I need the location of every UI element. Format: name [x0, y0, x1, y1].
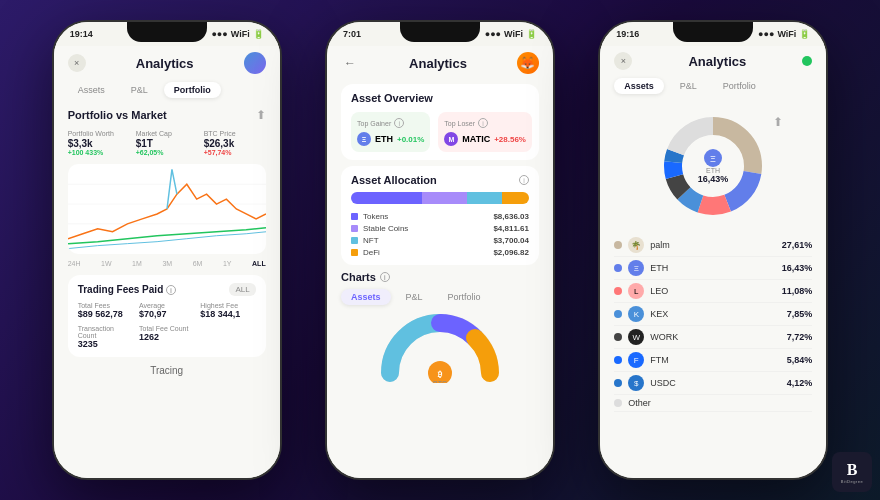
alloc-stable: Stable Coins $4,811.61 [351, 224, 529, 233]
globe-button-1[interactable] [244, 52, 266, 74]
gainer-coin: Ξ ETH +0.01% [357, 132, 424, 146]
share-icon[interactable]: ⬆ [256, 108, 266, 122]
stat-worth-change: +100 433% [68, 149, 130, 156]
trading-item-1: Average $70,97 [139, 302, 194, 319]
kex-pct: 7,85% [787, 309, 813, 319]
alloc-info[interactable]: i [519, 175, 529, 185]
tabs-1: Assets P&L Portfolio [54, 78, 280, 102]
label-1y[interactable]: 1Y [223, 260, 232, 267]
status-icons-2: ●●● WiFi 🔋 [485, 29, 537, 39]
palm-coin-icon: 🌴 [628, 237, 644, 253]
segment-defi [502, 192, 529, 204]
asset-overview-title: Asset Overview [351, 92, 529, 104]
other-dot [614, 399, 622, 407]
status-time-1: 19:14 [70, 29, 93, 39]
charts-tab-portfolio[interactable]: Portfolio [438, 289, 491, 305]
trading-title: Trading Fees Paid i [78, 284, 176, 296]
status-time-3: 19:16 [616, 29, 639, 39]
wifi-icon-2: WiFi [504, 29, 523, 39]
work-pct: 7,72% [787, 332, 813, 342]
alloc-defi: DeFi $2,096.82 [351, 248, 529, 257]
charts-info[interactable]: i [380, 272, 390, 282]
stat-btc-value: $26,3k [204, 138, 266, 149]
kex-coin-icon: K [628, 306, 644, 322]
alloc-tokens: Tokens $8,636.03 [351, 212, 529, 221]
label-all[interactable]: ALL [252, 260, 266, 267]
stat-worth-value: $3,3k [68, 138, 130, 149]
stat-mc-label: Market Cap [136, 130, 198, 137]
phone-1: 19:14 ●●● WiFi 🔋 × Analytics Assets P&L … [52, 20, 282, 480]
phone2-content: ← Analytics 🦊 Asset Overview Top Gainer … [327, 46, 553, 478]
charts-tab-assets[interactable]: Assets [341, 289, 391, 305]
tab-portfolio-1[interactable]: Portfolio [164, 82, 221, 98]
tab-pl-3[interactable]: P&L [670, 78, 707, 94]
tab-portfolio-3[interactable]: Portfolio [713, 78, 766, 94]
label-3m[interactable]: 3M [162, 260, 172, 267]
label-1w[interactable]: 1W [101, 260, 112, 267]
loser-info[interactable]: i [478, 118, 488, 128]
alloc-bar [351, 192, 529, 204]
header-title-3: Analytics [632, 54, 802, 69]
phone-notch-1 [127, 22, 207, 42]
segment-nft [467, 192, 503, 204]
coin-left-leo: L LEO [614, 283, 668, 299]
stat-worth: Portfolio Worth $3,3k +100 433% [68, 130, 130, 156]
header-title-1: Analytics [86, 56, 244, 71]
coin-row-kex: K KEX 7,85% [614, 303, 812, 326]
svg-text:16,43%: 16,43% [698, 174, 729, 184]
eth-icon-gainer: Ξ [357, 132, 371, 146]
svg-text:Ξ: Ξ [710, 154, 716, 164]
leo-name: LEO [650, 286, 668, 296]
battery-icon-3: 🔋 [799, 29, 810, 39]
ftm-name: FTM [650, 355, 669, 365]
tab-assets-1[interactable]: Assets [68, 82, 115, 98]
tab-pl-1[interactable]: P&L [121, 82, 158, 98]
phone3-header: × Analytics [600, 46, 826, 74]
gainer-label: Top Gainer i [357, 118, 424, 128]
stat-mc-change: +62,05% [136, 149, 198, 156]
stat-mc-value: $1T [136, 138, 198, 149]
coin-row-leo: L LEO 11,08% [614, 280, 812, 303]
coin-left-kex: K KEX [614, 306, 668, 322]
tab-assets-3[interactable]: Assets [614, 78, 664, 94]
trading-badge[interactable]: ALL [229, 283, 255, 296]
alloc-legend: Tokens $8,636.03 Stable Coins $4,811.61 … [351, 212, 529, 257]
close-button-1[interactable]: × [68, 54, 86, 72]
donut-share[interactable]: ⬆ [773, 112, 783, 130]
stat-btc-label: BTC Price [204, 130, 266, 137]
gainer-info[interactable]: i [394, 118, 404, 128]
phone-2: 7:01 ●●● WiFi 🔋 ← Analytics 🦊 Asset Over… [325, 20, 555, 480]
label-1m[interactable]: 1M [132, 260, 142, 267]
phone1-content: × Analytics Assets P&L Portfolio Portfol… [54, 46, 280, 478]
charts-tab-pl[interactable]: P&L [396, 289, 433, 305]
eth-pct: 16,43% [782, 263, 813, 273]
coin-row-other: Other [614, 395, 812, 412]
trading-item-2: Highest Fee $18 344,1 [200, 302, 255, 319]
label-6m[interactable]: 6M [193, 260, 203, 267]
palm-dot [614, 241, 622, 249]
charts-title: Charts i [341, 271, 539, 283]
coin-row-ftm: F FTM 5,84% [614, 349, 812, 372]
top-gainer-card: Top Gainer i Ξ ETH +0.01% [351, 112, 430, 152]
leo-pct: 11,08% [782, 286, 813, 296]
gauge-chart-svg: ₿ BTC [380, 313, 500, 383]
trading-grid: Total Fees $89 562,78 Average $70,97 Hig… [78, 302, 256, 349]
allocation-section: Asset Allocation i Tokens $8,636.03 [341, 166, 539, 265]
label-24h[interactable]: 24H [68, 260, 81, 267]
share-icon-3[interactable]: ⬆ [773, 115, 783, 129]
info-icon-trading[interactable]: i [166, 285, 176, 295]
donut-container: Ξ ETH 16,43% ⬆ [653, 106, 773, 226]
back-button-2[interactable]: ← [341, 54, 359, 72]
wifi-icon-3: WiFi [777, 29, 796, 39]
svg-text:BTC: BTC [433, 380, 447, 383]
phone-notch-3 [673, 22, 753, 42]
wifi-icon-1: WiFi [231, 29, 250, 39]
usdc-pct: 4,12% [787, 378, 813, 388]
close-button-3[interactable]: × [614, 52, 632, 70]
usdc-coin-icon: $ [628, 375, 644, 391]
eth-dot [614, 264, 622, 272]
chart-labels: 24H 1W 1M 3M 6M 1Y ALL [54, 258, 280, 269]
bitdegree-text: BitDegree [841, 479, 863, 484]
fox-icon: 🦊 [517, 52, 539, 74]
battery-icon-1: 🔋 [253, 29, 264, 39]
